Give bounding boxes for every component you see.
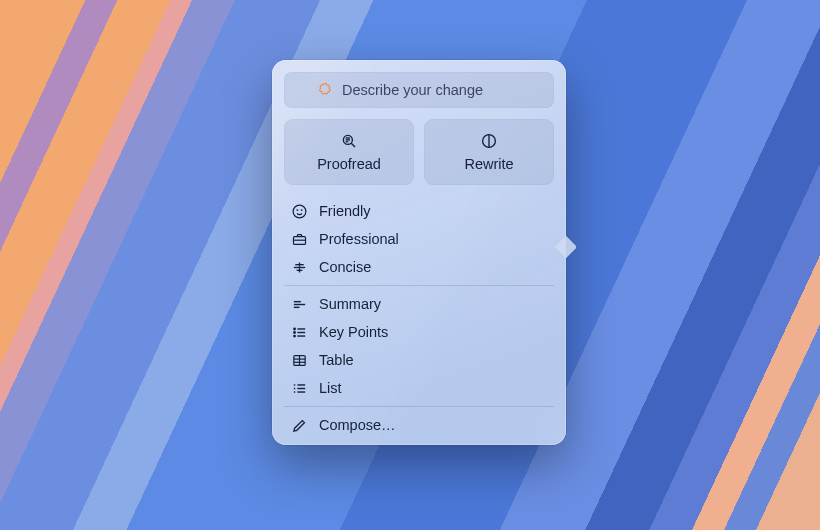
svg-point-8 — [297, 209, 298, 210]
summary-icon — [290, 296, 308, 313]
menu-item-label: Table — [319, 352, 354, 368]
menu-item-professional[interactable]: Professional — [284, 225, 554, 253]
menu-item-label: Key Points — [319, 324, 388, 340]
svg-point-9 — [301, 209, 302, 210]
briefcase-icon — [290, 231, 308, 248]
menu-item-label: Summary — [319, 296, 381, 312]
action-buttons-row: Proofread Rewrite — [284, 119, 554, 185]
menu-item-label: Concise — [319, 259, 371, 275]
svg-line-1 — [351, 143, 355, 147]
menu-item-compose[interactable]: Compose… — [284, 411, 554, 439]
menu-item-table[interactable]: Table — [284, 346, 554, 374]
svg-point-24 — [293, 335, 294, 336]
rewrite-icon — [480, 132, 498, 150]
svg-point-20 — [293, 328, 294, 329]
tone-section: Friendly Professional — [284, 193, 554, 281]
bullet-list-icon — [290, 324, 308, 341]
proofread-button[interactable]: Proofread — [284, 119, 414, 185]
compose-section: Compose… — [284, 406, 554, 439]
numbered-list-icon — [290, 380, 308, 397]
menu-item-key-points[interactable]: Key Points — [284, 318, 554, 346]
magnifying-glass-icon — [340, 132, 358, 150]
smiley-icon — [290, 203, 308, 220]
describe-change-input[interactable] — [342, 82, 522, 98]
menu-item-summary[interactable]: Summary — [284, 290, 554, 318]
writing-tools-panel: Proofread Rewrite Friendly — [272, 60, 566, 445]
format-section: Summary Key Points Table — [284, 285, 554, 402]
svg-point-7 — [293, 205, 306, 218]
describe-change-field[interactable] — [284, 72, 554, 108]
pencil-icon — [290, 417, 308, 434]
menu-item-concise[interactable]: Concise — [284, 253, 554, 281]
menu-item-label: List — [319, 380, 342, 396]
menu-item-label: Friendly — [319, 203, 371, 219]
concise-icon — [290, 259, 308, 276]
svg-point-22 — [293, 331, 294, 332]
menu-item-list[interactable]: List — [284, 374, 554, 402]
menu-item-label: Professional — [319, 231, 399, 247]
apple-intelligence-icon — [316, 82, 334, 99]
menu-item-label: Compose… — [319, 417, 396, 433]
rewrite-label: Rewrite — [464, 156, 513, 172]
proofread-label: Proofread — [317, 156, 381, 172]
menu-item-friendly[interactable]: Friendly — [284, 197, 554, 225]
rewrite-button[interactable]: Rewrite — [424, 119, 554, 185]
table-icon — [290, 352, 308, 369]
